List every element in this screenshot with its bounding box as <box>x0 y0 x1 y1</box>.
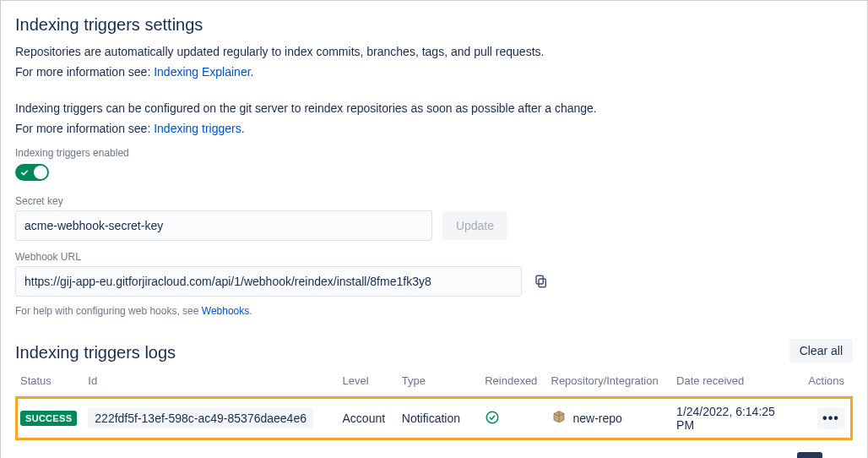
log-date: 1/24/2022, 6:14:25 PM <box>671 396 797 441</box>
clear-all-button[interactable]: Clear all <box>789 339 853 363</box>
repo-cell: new-repo <box>551 410 667 428</box>
help-line: For help with configuring web hooks, see… <box>15 305 853 317</box>
svg-rect-1 <box>536 275 543 284</box>
secret-key-input[interactable] <box>15 210 432 241</box>
log-type: Notification <box>397 396 480 441</box>
col-type: Type <box>397 368 480 396</box>
pager-page-1[interactable]: 1 <box>797 452 822 458</box>
page-title: Indexing triggers settings <box>15 15 853 35</box>
pagination: ‹ 1 › <box>767 452 853 458</box>
log-reindexed <box>480 396 545 441</box>
secret-key-label: Secret key <box>15 195 853 207</box>
webhook-url-label: Webhook URL <box>15 251 853 263</box>
status-badge: SUCCESS <box>20 411 77 426</box>
settings-panel: Indexing triggers settings Repositories … <box>0 0 868 458</box>
col-reindexed: Reindexed <box>480 368 545 396</box>
repo-name: new-repo <box>573 412 622 425</box>
pager-prev[interactable]: ‹ <box>767 452 792 458</box>
table-header-row: Status Id Level Type Reindexed Repositor… <box>15 368 853 396</box>
intro-text: Repositories are automatically updated r… <box>15 43 853 137</box>
pager-next[interactable]: › <box>827 452 853 458</box>
col-repo: Repository/Integration <box>546 368 672 396</box>
indexing-triggers-toggle[interactable] <box>15 164 49 181</box>
logs-table: Status Id Level Type Reindexed Repositor… <box>15 368 853 440</box>
toggle-knob <box>34 166 47 179</box>
copy-button[interactable] <box>532 272 551 291</box>
col-actions: Actions <box>797 368 853 396</box>
indexing-triggers-link[interactable]: Indexing triggers <box>154 122 241 135</box>
webhooks-help-link[interactable]: Webhooks <box>202 305 249 317</box>
col-date: Date received <box>671 368 797 396</box>
repo-icon <box>551 410 567 428</box>
log-level: Account <box>338 396 397 441</box>
col-id: Id <box>83 368 337 396</box>
table-row: SUCCESS 222fdf5f-13ef-598c-ac49-85376dae… <box>15 396 853 441</box>
check-circle-icon <box>485 414 500 428</box>
col-level: Level <box>338 368 397 396</box>
check-icon <box>19 167 30 177</box>
svg-rect-0 <box>539 279 545 287</box>
row-actions-button[interactable]: ••• <box>817 407 844 429</box>
intro-line-3: Indexing triggers can be configured on t… <box>15 100 853 117</box>
svg-point-2 <box>486 412 498 423</box>
toggle-label: Indexing triggers enabled <box>15 147 853 159</box>
log-id: 222fdf5f-13ef-598c-ac49-85376daee4e6 <box>88 408 313 428</box>
intro-line-4: For more information see: Indexing trigg… <box>15 120 853 137</box>
intro-line-1: Repositories are automatically updated r… <box>15 43 853 60</box>
indexing-explainer-link[interactable]: Indexing Explainer <box>154 65 250 79</box>
copy-icon <box>534 274 549 289</box>
webhook-url-input[interactable] <box>15 266 522 297</box>
col-status: Status <box>15 368 83 396</box>
update-button[interactable]: Update <box>442 211 507 240</box>
intro-line-2: For more information see: Indexing Expla… <box>15 63 853 80</box>
logs-title: Indexing triggers logs <box>15 343 176 363</box>
